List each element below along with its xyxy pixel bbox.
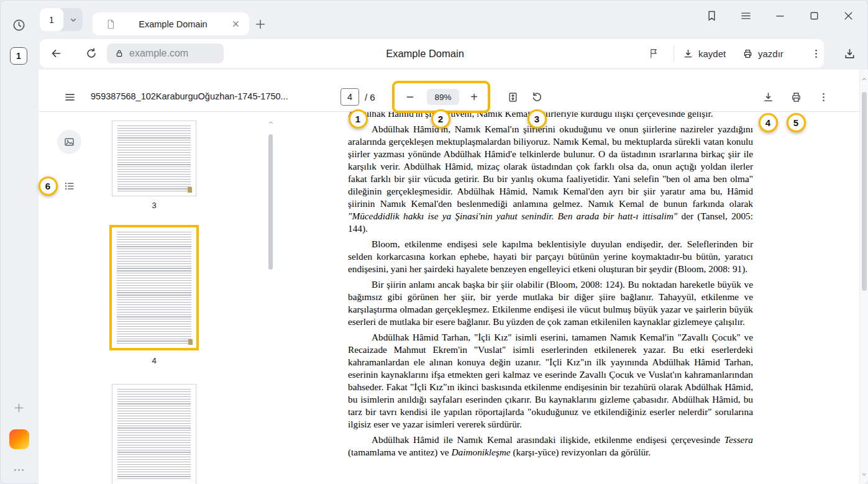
reload-button[interactable]	[82, 44, 101, 63]
browser-menu-button[interactable]	[736, 6, 755, 25]
plus-icon	[12, 401, 25, 414]
pdf-paragraph: Bir şiirin anlamı ancak başka bir şiir o…	[348, 278, 753, 328]
page-total-label: / 6	[365, 92, 375, 103]
close-icon	[842, 9, 855, 22]
download-icon	[682, 48, 694, 60]
window-close-button[interactable]	[839, 6, 857, 25]
page-favicon-icon	[105, 19, 116, 30]
thumbnails-view-button[interactable]	[57, 130, 81, 154]
zoom-out-button[interactable]: −	[401, 88, 419, 106]
chevron-down-icon[interactable]	[63, 8, 83, 31]
browser-window: 1 1 Example Domain	[0, 0, 868, 484]
thumbnail-emblem	[188, 339, 193, 345]
kebab-icon	[810, 48, 822, 60]
thumbnail-text-preview	[117, 126, 191, 191]
tab-group[interactable]: 1	[40, 8, 83, 31]
pdf-download-button[interactable]	[759, 88, 777, 106]
menu-icon	[739, 9, 752, 22]
tab-close-icon[interactable]	[230, 19, 241, 30]
sidebar-panels-button[interactable]	[702, 6, 721, 25]
fit-to-page-button[interactable]	[503, 88, 522, 106]
left-rail: 1	[0, 0, 39, 484]
pdf-more-options-button[interactable]	[815, 88, 832, 106]
image-icon	[63, 135, 76, 148]
outline-view-button[interactable]	[62, 178, 77, 194]
minimize-icon	[774, 9, 787, 22]
page-scrollbar[interactable]	[859, 70, 868, 484]
thumbnail-label: 3	[112, 201, 196, 210]
thumbnail-text-preview	[117, 389, 191, 480]
rail-add-button[interactable]	[11, 400, 27, 416]
plus-icon	[254, 17, 267, 31]
download-icon	[762, 91, 775, 104]
thumbnail-page-4-selected[interactable]	[109, 225, 199, 350]
rotate-icon	[531, 91, 544, 104]
rail-more-icon[interactable]	[11, 462, 27, 478]
downloads-tray-icon	[843, 47, 857, 62]
scrollbar-thumb[interactable]	[862, 92, 867, 291]
clock-icon	[12, 18, 26, 32]
thumbnail-scrollbar[interactable]	[267, 118, 275, 484]
tab-title: Example Domain	[116, 19, 230, 29]
address-text: example.com	[129, 48, 188, 59]
thumbnail-text-preview	[117, 232, 191, 344]
zoom-level[interactable]: 89%	[427, 89, 459, 105]
page-number-input[interactable]: 4	[340, 88, 359, 106]
history-button[interactable]	[11, 17, 27, 34]
kebab-icon	[818, 91, 829, 103]
tab-example-domain[interactable]: Example Domain	[93, 12, 249, 35]
pdf-sidebar-toggle-button[interactable]	[60, 88, 79, 106]
back-arrow-icon	[49, 47, 63, 60]
printer-icon	[790, 91, 803, 104]
pdf-paragraphs: Abdülhak Hâmid'in, Namık Kemal'ın şiirle…	[348, 123, 753, 459]
list-icon	[63, 180, 76, 193]
browser-logo[interactable]	[9, 429, 29, 449]
address-bar[interactable]: example.com	[107, 43, 224, 63]
rotate-button[interactable]	[528, 88, 546, 106]
page-actions-menu-button[interactable]	[808, 44, 824, 63]
bookmark-panel-icon	[705, 9, 718, 22]
zoom-in-button[interactable]: +	[465, 88, 483, 106]
print-label: yazdır	[758, 48, 783, 59]
tab-group-label: 1	[40, 8, 63, 31]
pdf-page-content[interactable]: Abdülhak Hâmid'in şiir serüveni, Namık K…	[275, 112, 859, 484]
fit-to-page-icon	[506, 91, 519, 104]
pdf-viewer: 959387568_102KaraburguOğuzhan-1745-1750.…	[39, 70, 859, 484]
save-label: kaydet	[698, 48, 726, 59]
new-tab-button[interactable]	[251, 15, 269, 33]
page-title: Example Domain	[307, 39, 543, 68]
pdf-filename: 959387568_102KaraburguOğuzhan-1745-1750.…	[91, 91, 288, 101]
navigation-bar: example.com Example Domain kaydet yazdır	[40, 39, 824, 68]
back-button[interactable]	[47, 44, 65, 63]
scroll-down-icon[interactable]	[861, 470, 868, 479]
scroll-up-icon[interactable]	[267, 118, 275, 127]
thumbnail-label: 4	[112, 356, 196, 365]
tab-counter-label: 1	[16, 51, 21, 61]
bookmark-flag-icon	[647, 47, 660, 60]
tab-counter-badge[interactable]: 1	[10, 47, 27, 65]
thumbnail-page-3[interactable]	[112, 121, 196, 196]
maximize-icon	[808, 9, 821, 22]
downloads-button[interactable]	[840, 45, 859, 64]
scrollbar-thumb[interactable]	[268, 134, 273, 270]
pdf-paragraph: Abdülhak Hâmid'in, Namık Kemal'ın şiirle…	[348, 123, 753, 235]
pdf-paragraph: Abdülhak Hâmid Tarhan, "İçli Kız" isimli…	[348, 331, 753, 431]
ellipsis-icon	[12, 463, 25, 477]
scroll-up-icon[interactable]	[861, 75, 868, 83]
window-maximize-button[interactable]	[805, 6, 823, 25]
pdf-paragraph: Bloom, etkilenme endişesi sele kapılma b…	[348, 238, 753, 275]
pdf-paragraph: Abdülhak Hâmid ile Namık Kemal arasındak…	[348, 434, 753, 459]
hamburger-icon	[63, 91, 76, 104]
print-button[interactable]: yazdır	[742, 39, 783, 68]
lock-icon	[114, 48, 124, 58]
window-minimize-button[interactable]	[770, 6, 789, 25]
toolbar-divider	[674, 45, 674, 62]
pdf-thumbnail-sidebar: 3 4	[39, 112, 275, 484]
clipped-text-line: Abdülhak Hâmid'in şiir serüveni, Namık K…	[348, 112, 753, 121]
pdf-print-button[interactable]	[787, 88, 805, 106]
thumbnail-page-5[interactable]	[112, 384, 196, 484]
thumbnail-emblem	[188, 187, 192, 193]
save-button[interactable]: kaydet	[682, 39, 726, 68]
printer-icon	[742, 48, 754, 60]
bookmark-flag-button[interactable]	[644, 44, 663, 63]
